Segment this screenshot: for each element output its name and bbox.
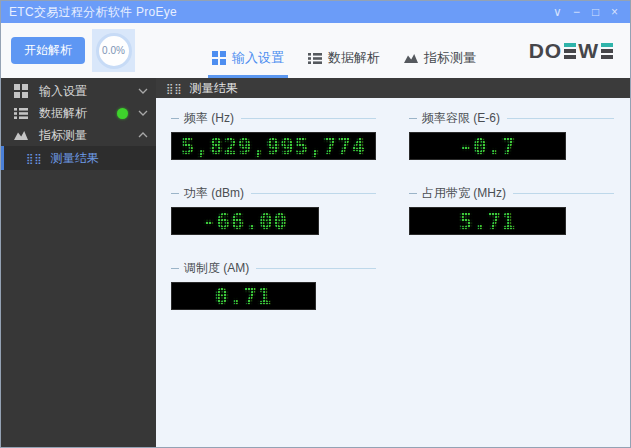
logo-letter-e-icon bbox=[564, 43, 576, 59]
title-dash bbox=[409, 193, 417, 194]
list-icon bbox=[14, 107, 29, 120]
status-dot bbox=[117, 108, 128, 119]
led-display-occupied-bandwidth: 5.71 bbox=[409, 207, 566, 235]
led-value: -0.7 bbox=[459, 134, 516, 159]
group-modulation: 调制度 (AM) 0.71 bbox=[171, 261, 376, 310]
list-icon bbox=[308, 52, 322, 65]
chevron-up-icon bbox=[138, 132, 148, 138]
group-title: 频率容限 (E-6) bbox=[409, 111, 614, 126]
group-label: 调制度 (AM) bbox=[184, 260, 256, 277]
title-dash bbox=[171, 193, 179, 194]
chart-icon bbox=[404, 52, 418, 64]
sidebar-item-label: 输入设置 bbox=[39, 83, 138, 100]
title-dash bbox=[171, 268, 179, 269]
group-title: 功率 (dBm) bbox=[171, 186, 376, 201]
tab-label: 指标测量 bbox=[424, 49, 476, 67]
titlebar: ETC交易过程分析软件 ProEye ∨ − □ × bbox=[1, 1, 630, 23]
digital-display-icon: ⣿⣿ bbox=[166, 83, 183, 94]
grid-icon bbox=[14, 84, 29, 98]
group-title: 占用带宽 (MHz) bbox=[409, 186, 614, 201]
sidebar: 输入设置 数据解析 指标测量 bbox=[1, 78, 156, 447]
led-display-frequency-tolerance: -0.7 bbox=[409, 132, 566, 160]
led-value: 5,829,995,774 bbox=[181, 134, 366, 159]
logo-part-w: W bbox=[578, 39, 599, 63]
chevron-down-icon bbox=[138, 88, 148, 94]
title-line bbox=[251, 193, 376, 194]
led-display-modulation: 0.71 bbox=[171, 282, 316, 310]
measurement-groups: 频率 (Hz) 5,829,995,774 频率容限 (E-6) bbox=[171, 111, 630, 310]
group-label: 频率 (Hz) bbox=[184, 110, 241, 127]
group-occupied-bandwidth: 占用带宽 (MHz) 5.71 bbox=[409, 186, 614, 235]
progress-indicator: 0.0% bbox=[92, 29, 135, 72]
led-value: 0.71 bbox=[215, 284, 272, 309]
toolbar-tabs: 输入设置 数据解析 指标测量 bbox=[208, 23, 480, 78]
title-line bbox=[241, 118, 376, 119]
main-content: ⣿⣿ 测量结果 频率 (Hz) 5,829,995,774 bbox=[156, 78, 630, 447]
start-analysis-button[interactable]: 开始解析 bbox=[11, 37, 85, 64]
progress-value: 0.0% bbox=[102, 45, 125, 56]
window-controls: ∨ − □ × bbox=[548, 1, 624, 23]
minimize-button[interactable]: − bbox=[567, 1, 586, 23]
title-line bbox=[507, 118, 614, 119]
sidebar-subitem-label: 测量结果 bbox=[51, 150, 99, 167]
led-value: -66.00 bbox=[202, 209, 287, 234]
tab-input-settings[interactable]: 输入设置 bbox=[208, 43, 288, 78]
led-display-frequency: 5,829,995,774 bbox=[171, 132, 376, 160]
group-label: 占用带宽 (MHz) bbox=[422, 185, 513, 202]
tab-label: 输入设置 bbox=[232, 49, 284, 67]
title-line bbox=[513, 193, 614, 194]
content-header: ⣿⣿ 测量结果 bbox=[156, 78, 630, 98]
body-row: 输入设置 数据解析 指标测量 bbox=[1, 78, 630, 447]
led-display-power: -66.00 bbox=[171, 207, 319, 235]
window-title: ETC交易过程分析软件 ProEye bbox=[9, 4, 177, 21]
digital-display-icon: ⣿⣿ bbox=[26, 153, 43, 164]
group-frequency-tolerance: 频率容限 (E-6) -0.7 bbox=[409, 111, 614, 160]
sidebar-item-input-settings[interactable]: 输入设置 bbox=[1, 80, 156, 102]
led-value: 5.71 bbox=[459, 209, 516, 234]
tab-data-analysis[interactable]: 数据解析 bbox=[304, 43, 384, 78]
group-label: 功率 (dBm) bbox=[184, 185, 251, 202]
sidebar-item-data-analysis[interactable]: 数据解析 bbox=[1, 102, 156, 124]
group-frequency: 频率 (Hz) 5,829,995,774 bbox=[171, 111, 376, 160]
grid-icon bbox=[212, 51, 226, 65]
logo-letter-e-icon bbox=[601, 43, 613, 59]
title-dash bbox=[409, 118, 417, 119]
sidebar-item-label: 数据解析 bbox=[39, 105, 117, 122]
group-title: 频率 (Hz) bbox=[171, 111, 376, 126]
app-window: ETC交易过程分析软件 ProEye ∨ − □ × 开始解析 0.0% 输入设… bbox=[0, 0, 631, 448]
close-button[interactable]: × bbox=[605, 1, 624, 23]
sidebar-item-indicator-measure[interactable]: 指标测量 bbox=[1, 124, 156, 146]
content-tab-label[interactable]: 测量结果 bbox=[190, 80, 238, 97]
group-title: 调制度 (AM) bbox=[171, 261, 376, 276]
measurement-panel: 频率 (Hz) 5,829,995,774 频率容限 (E-6) bbox=[156, 98, 630, 447]
logo-part-do: DO bbox=[529, 39, 563, 63]
collapse-button[interactable]: ∨ bbox=[548, 1, 567, 23]
maximize-button[interactable]: □ bbox=[586, 1, 605, 23]
group-label: 频率容限 (E-6) bbox=[422, 110, 507, 127]
tab-indicator-measure[interactable]: 指标测量 bbox=[400, 43, 480, 78]
sidebar-subitem-measure-results[interactable]: ⣿⣿ 测量结果 bbox=[1, 146, 156, 170]
title-dash bbox=[171, 118, 179, 119]
doewe-logo: DO W bbox=[529, 39, 615, 63]
sidebar-item-label: 指标测量 bbox=[39, 127, 138, 144]
tab-label: 数据解析 bbox=[328, 49, 380, 67]
chevron-down-icon bbox=[138, 110, 148, 116]
progress-circle: 0.0% bbox=[96, 33, 132, 69]
title-line bbox=[256, 268, 376, 269]
toolbar: 开始解析 0.0% 输入设置 数据解析 bbox=[1, 23, 630, 78]
group-power: 功率 (dBm) -66.00 bbox=[171, 186, 376, 235]
chart-icon bbox=[14, 129, 29, 141]
